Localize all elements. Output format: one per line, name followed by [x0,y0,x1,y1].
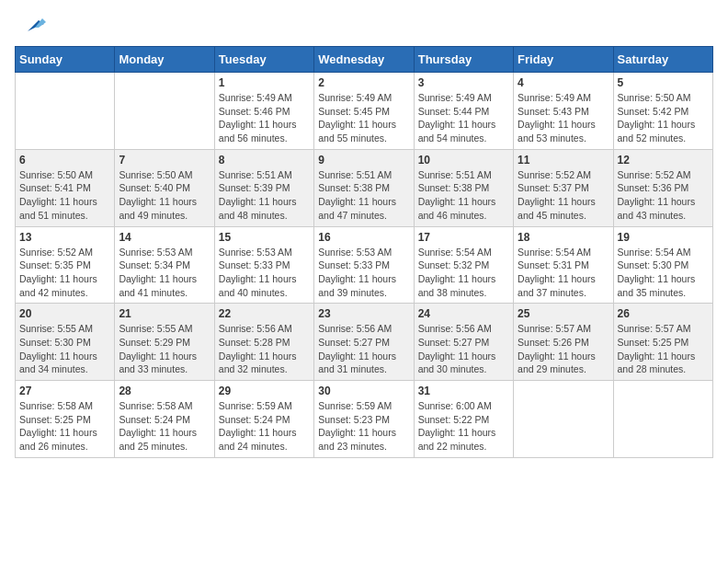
calendar-cell [514,381,613,458]
calendar-cell: 11Sunrise: 5:52 AMSunset: 5:37 PMDayligh… [514,149,613,226]
calendar-week-row: 6Sunrise: 5:50 AMSunset: 5:41 PMDaylight… [16,149,713,226]
day-detail: Sunrise: 5:51 AMSunset: 5:38 PMDaylight:… [418,168,509,223]
calendar-cell: 14Sunrise: 5:53 AMSunset: 5:34 PMDayligh… [115,226,214,304]
calendar-cell: 18Sunrise: 5:54 AMSunset: 5:31 PMDayligh… [514,226,613,304]
day-detail: Sunrise: 5:57 AMSunset: 5:25 PMDaylight:… [618,322,709,376]
day-number: 18 [518,231,609,244]
calendar-cell: 1Sunrise: 5:49 AMSunset: 5:46 PMDaylight… [214,73,313,150]
day-number: 13 [19,231,110,244]
day-number: 28 [119,385,210,397]
day-number: 5 [618,76,709,89]
calendar-cell: 31Sunrise: 6:00 AMSunset: 5:22 PMDayligh… [414,381,513,458]
calendar-cell: 9Sunrise: 5:51 AMSunset: 5:38 PMDaylight… [314,149,414,226]
day-number: 24 [418,307,509,320]
calendar-week-row: 27Sunrise: 5:58 AMSunset: 5:25 PMDayligh… [16,381,713,458]
day-detail: Sunrise: 5:49 AMSunset: 5:45 PMDaylight:… [318,91,409,145]
day-number: 14 [119,231,210,244]
day-number: 29 [219,385,310,397]
day-header-sunday: Sunday [16,47,115,73]
calendar-cell: 3Sunrise: 5:49 AMSunset: 5:44 PMDaylight… [414,73,513,150]
day-number: 21 [119,307,210,320]
calendar-cell [115,73,214,150]
logo [15,15,46,35]
day-number: 16 [318,231,409,244]
calendar-cell: 8Sunrise: 5:51 AMSunset: 5:39 PMDaylight… [214,149,313,226]
day-number: 11 [518,154,609,167]
calendar-cell: 7Sunrise: 5:50 AMSunset: 5:40 PMDaylight… [115,149,214,226]
day-detail: Sunrise: 5:49 AMSunset: 5:44 PMDaylight:… [418,91,509,145]
calendar-cell: 17Sunrise: 5:54 AMSunset: 5:32 PMDayligh… [414,226,513,304]
day-detail: Sunrise: 5:57 AMSunset: 5:26 PMDaylight:… [518,322,609,376]
calendar-cell: 15Sunrise: 5:53 AMSunset: 5:33 PMDayligh… [214,226,313,304]
day-detail: Sunrise: 5:49 AMSunset: 5:43 PMDaylight:… [518,91,609,145]
day-detail: Sunrise: 5:54 AMSunset: 5:31 PMDaylight:… [518,246,609,300]
calendar-cell: 23Sunrise: 5:56 AMSunset: 5:27 PMDayligh… [314,304,414,381]
day-detail: Sunrise: 5:54 AMSunset: 5:30 PMDaylight:… [618,246,709,300]
day-header-friday: Friday [514,47,613,73]
day-header-saturday: Saturday [613,47,712,73]
day-detail: Sunrise: 5:50 AMSunset: 5:41 PMDaylight:… [19,168,110,223]
calendar-cell: 24Sunrise: 5:56 AMSunset: 5:27 PMDayligh… [414,304,513,381]
calendar-cell: 16Sunrise: 5:53 AMSunset: 5:33 PMDayligh… [314,226,414,304]
calendar-cell: 2Sunrise: 5:49 AMSunset: 5:45 PMDaylight… [314,73,414,150]
day-number: 31 [418,385,509,397]
calendar-cell: 20Sunrise: 5:55 AMSunset: 5:30 PMDayligh… [16,304,115,381]
day-number: 7 [119,154,210,167]
day-number: 12 [618,154,709,167]
day-detail: Sunrise: 5:55 AMSunset: 5:30 PMDaylight:… [19,322,110,376]
calendar-cell: 29Sunrise: 5:59 AMSunset: 5:24 PMDayligh… [214,381,313,458]
day-number: 2 [318,76,409,89]
day-detail: Sunrise: 5:54 AMSunset: 5:32 PMDaylight:… [418,246,509,300]
day-header-wednesday: Wednesday [314,47,414,73]
day-number: 25 [518,307,609,320]
day-number: 26 [618,307,709,320]
day-number: 19 [618,231,709,244]
day-number: 6 [19,154,110,167]
calendar-cell: 22Sunrise: 5:56 AMSunset: 5:28 PMDayligh… [214,304,313,381]
day-detail: Sunrise: 5:59 AMSunset: 5:24 PMDaylight:… [219,399,310,454]
day-detail: Sunrise: 5:51 AMSunset: 5:38 PMDaylight:… [318,168,409,223]
calendar-cell: 26Sunrise: 5:57 AMSunset: 5:25 PMDayligh… [613,304,712,381]
day-detail: Sunrise: 5:53 AMSunset: 5:34 PMDaylight:… [119,246,210,300]
day-detail: Sunrise: 5:53 AMSunset: 5:33 PMDaylight:… [318,246,409,300]
calendar-cell: 12Sunrise: 5:52 AMSunset: 5:36 PMDayligh… [613,149,712,226]
day-detail: Sunrise: 5:53 AMSunset: 5:33 PMDaylight:… [219,246,310,300]
calendar-cell: 19Sunrise: 5:54 AMSunset: 5:30 PMDayligh… [613,226,712,304]
day-header-tuesday: Tuesday [214,47,313,73]
day-number: 1 [219,76,310,89]
calendar-week-row: 13Sunrise: 5:52 AMSunset: 5:35 PMDayligh… [16,226,713,304]
calendar-cell: 25Sunrise: 5:57 AMSunset: 5:26 PMDayligh… [514,304,613,381]
day-detail: Sunrise: 5:50 AMSunset: 5:42 PMDaylight:… [618,91,709,145]
day-number: 17 [418,231,509,244]
day-number: 3 [418,76,509,89]
day-detail: Sunrise: 5:56 AMSunset: 5:28 PMDaylight:… [219,322,310,376]
day-number: 4 [518,76,609,89]
calendar-cell: 5Sunrise: 5:50 AMSunset: 5:42 PMDaylight… [613,73,712,150]
day-detail: Sunrise: 6:00 AMSunset: 5:22 PMDaylight:… [418,399,509,454]
day-detail: Sunrise: 5:52 AMSunset: 5:37 PMDaylight:… [518,168,609,223]
logo-bird-icon [18,15,46,35]
day-number: 8 [219,154,310,167]
day-number: 27 [19,385,110,397]
day-detail: Sunrise: 5:56 AMSunset: 5:27 PMDaylight:… [418,322,509,376]
page-header [15,15,713,35]
day-number: 20 [19,307,110,320]
day-detail: Sunrise: 5:59 AMSunset: 5:23 PMDaylight:… [318,399,409,454]
day-number: 15 [219,231,310,244]
day-header-monday: Monday [115,47,214,73]
day-detail: Sunrise: 5:58 AMSunset: 5:25 PMDaylight:… [19,399,110,454]
calendar-cell [16,73,115,150]
day-detail: Sunrise: 5:52 AMSunset: 5:35 PMDaylight:… [19,246,110,300]
day-detail: Sunrise: 5:56 AMSunset: 5:27 PMDaylight:… [318,322,409,376]
calendar-cell: 4Sunrise: 5:49 AMSunset: 5:43 PMDaylight… [514,73,613,150]
calendar-table: SundayMondayTuesdayWednesdayThursdayFrid… [15,46,713,458]
day-detail: Sunrise: 5:52 AMSunset: 5:36 PMDaylight:… [618,168,709,223]
day-detail: Sunrise: 5:51 AMSunset: 5:39 PMDaylight:… [219,168,310,223]
day-number: 23 [318,307,409,320]
calendar-cell: 21Sunrise: 5:55 AMSunset: 5:29 PMDayligh… [115,304,214,381]
day-header-thursday: Thursday [414,47,513,73]
calendar-cell: 6Sunrise: 5:50 AMSunset: 5:41 PMDaylight… [16,149,115,226]
day-detail: Sunrise: 5:58 AMSunset: 5:24 PMDaylight:… [119,399,210,454]
calendar-cell: 27Sunrise: 5:58 AMSunset: 5:25 PMDayligh… [16,381,115,458]
day-number: 22 [219,307,310,320]
